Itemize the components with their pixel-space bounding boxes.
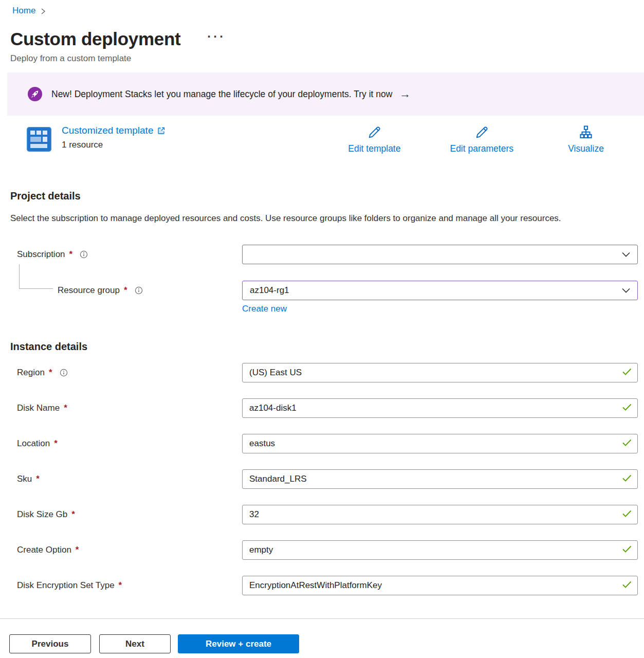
- create-option-label: Create Option: [17, 545, 71, 555]
- wizard-footer: Previous Next Review + create: [0, 618, 644, 658]
- breadcrumb: Home: [12, 4, 638, 17]
- subscription-row: Subscription *: [10, 245, 638, 264]
- required-asterisk: *: [49, 368, 52, 378]
- external-link-icon: [157, 126, 165, 135]
- project-details-description: Select the subscription to manage deploy…: [10, 210, 606, 226]
- instance-details-heading: Instance details: [10, 341, 638, 353]
- region-input[interactable]: [242, 363, 638, 382]
- resource-count: 1 resource: [62, 140, 165, 150]
- required-asterisk: *: [124, 285, 127, 296]
- required-asterisk: *: [36, 474, 40, 484]
- required-asterisk: *: [54, 438, 58, 449]
- required-asterisk: *: [64, 403, 67, 413]
- location-row: Location *: [10, 434, 638, 453]
- page: Home Custom deployment ··· Deploy from a…: [0, 0, 644, 595]
- disk-encryption-set-type-label: Disk Encryption Set Type: [17, 580, 115, 591]
- chevron-down-icon: [622, 252, 630, 257]
- breadcrumb-home-link[interactable]: Home: [12, 6, 35, 16]
- disk-encryption-set-type-input[interactable]: [242, 576, 638, 595]
- required-asterisk: *: [119, 580, 122, 591]
- previous-button[interactable]: Previous: [9, 634, 91, 653]
- info-icon[interactable]: [60, 369, 68, 377]
- review-create-button[interactable]: Review + create: [178, 634, 299, 653]
- required-asterisk: *: [71, 509, 75, 520]
- rocket-icon: [28, 87, 42, 101]
- required-asterisk: *: [69, 249, 73, 260]
- page-subtitle: Deploy from a custom template: [10, 53, 638, 64]
- sku-label: Sku: [17, 474, 32, 484]
- next-button[interactable]: Next: [99, 634, 171, 653]
- pencil-icon: [366, 125, 382, 140]
- arrow-right-icon: →: [399, 88, 411, 100]
- page-title: Custom deployment: [10, 29, 180, 49]
- disk-name-input[interactable]: [242, 398, 638, 418]
- location-input[interactable]: [242, 434, 638, 453]
- required-asterisk: *: [76, 545, 79, 555]
- disk-name-label: Disk Name: [17, 403, 60, 413]
- chevron-down-icon: [622, 288, 630, 293]
- sku-input[interactable]: [242, 469, 638, 489]
- visualize-button[interactable]: Visualize: [563, 125, 609, 154]
- parent-child-connector: [19, 264, 53, 289]
- resource-group-row: Resource group * az104-rg1: [10, 281, 638, 300]
- pencil-icon: [474, 125, 489, 140]
- resource-group-label: Resource group: [58, 285, 120, 296]
- subscription-dropdown[interactable]: [242, 245, 638, 264]
- chevron-right-icon: [41, 8, 46, 15]
- edit-parameters-button[interactable]: Edit parameters: [450, 125, 513, 154]
- info-icon[interactable]: [80, 250, 88, 259]
- disk-size-input[interactable]: [242, 505, 638, 524]
- create-option-row: Create Option *: [10, 540, 638, 560]
- region-label: Region: [17, 368, 45, 378]
- resource-group-value: az104-rg1: [250, 285, 622, 296]
- more-menu-button[interactable]: ···: [205, 34, 228, 44]
- resource-group-dropdown[interactable]: az104-rg1: [242, 281, 638, 300]
- disk-name-row: Disk Name *: [10, 398, 638, 418]
- info-icon[interactable]: [135, 286, 143, 295]
- project-details-heading: Project details: [10, 190, 638, 202]
- disk-size-label: Disk Size Gb: [17, 509, 67, 520]
- banner-message: New! Deployment Stacks let you manage th…: [51, 89, 392, 100]
- deployment-stacks-banner[interactable]: New! Deployment Stacks let you manage th…: [7, 72, 644, 116]
- template-icon: [27, 127, 51, 152]
- create-option-input[interactable]: [242, 540, 638, 560]
- disk-size-row: Disk Size Gb *: [10, 505, 638, 524]
- edit-template-button[interactable]: Edit template: [348, 125, 400, 154]
- region-row: Region *: [10, 363, 638, 382]
- disk-encryption-set-type-row: Disk Encryption Set Type *: [10, 576, 638, 595]
- customized-template-link[interactable]: Customized template: [62, 125, 165, 136]
- subscription-label: Subscription: [17, 249, 65, 260]
- org-chart-icon: [578, 125, 594, 140]
- location-label: Location: [17, 438, 50, 449]
- sku-row: Sku *: [10, 469, 638, 489]
- create-new-link[interactable]: Create new: [242, 304, 287, 314]
